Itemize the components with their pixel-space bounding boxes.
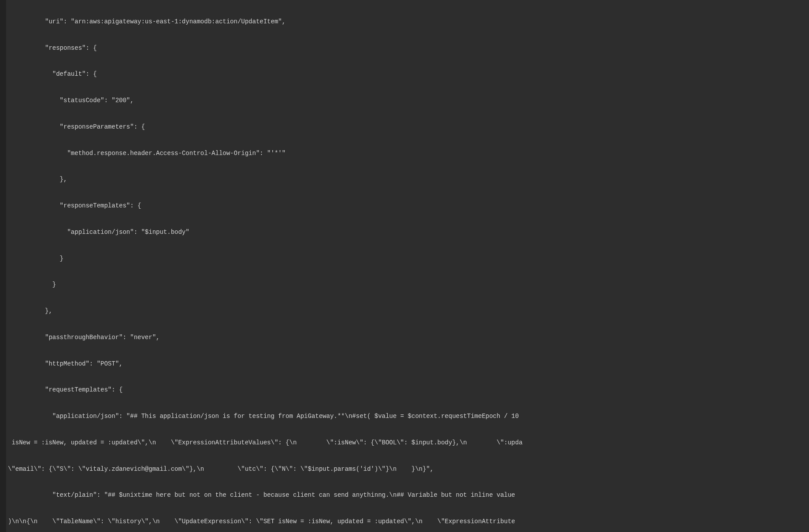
code-line[interactable]: }, [8,307,523,316]
code-line[interactable]: } [8,255,523,263]
code-line[interactable]: "responses": { [8,44,523,53]
code-line[interactable]: "httpMethod": "POST", [8,360,523,369]
code-line[interactable]: "method.response.header.Access-Control-A… [8,149,523,158]
code-line[interactable]: "responseTemplates": { [8,202,523,211]
code-line[interactable]: "uri": "arn:aws:apigateway:us-east-1:dyn… [8,18,523,26]
code-line[interactable]: )\n\n{\n \"TableName\": \"history\",\n \… [8,517,523,526]
code-line[interactable]: "statusCode": "200", [8,96,523,105]
code-content[interactable]: "uri": "arn:aws:apigateway:us-east-1:dyn… [6,0,524,532]
code-editor[interactable]: "uri": "arn:aws:apigateway:us-east-1:dyn… [0,0,809,532]
code-line[interactable]: "application/json": "## This application… [8,412,523,421]
code-line[interactable]: "default": { [8,70,523,79]
code-line[interactable]: } [8,281,523,289]
code-line[interactable]: \"email\": {\"S\": \"vitaly.zdanevich@gm… [8,465,523,474]
code-line[interactable]: "application/json": "$input.body" [8,228,523,237]
editor-gutter [0,0,6,532]
code-line[interactable]: "responseParameters": { [8,123,523,132]
code-line[interactable]: "text/plain": "## $unixtime here but not… [8,491,523,500]
code-line[interactable]: }, [8,175,523,184]
code-line[interactable]: "requestTemplates": { [8,386,523,395]
code-line[interactable]: isNew = :isNew, updated = :updated\",\n … [8,439,523,447]
code-line[interactable]: "passthroughBehavior": "never", [8,333,523,342]
